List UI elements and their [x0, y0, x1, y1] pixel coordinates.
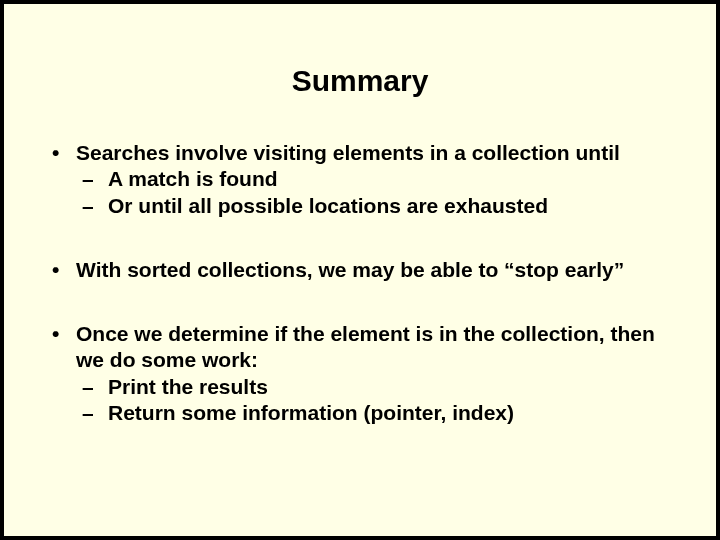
bullet-list: Searches involve visiting elements in a …: [44, 140, 676, 426]
sub-list: Print the results Return some informatio…: [76, 374, 676, 427]
sub-item: Or until all possible locations are exha…: [76, 193, 676, 219]
bullet-item: With sorted collections, we may be able …: [44, 257, 676, 283]
bullet-text: Once we determine if the element is in t…: [76, 322, 655, 371]
sub-item: A match is found: [76, 166, 676, 192]
sub-item: Print the results: [76, 374, 676, 400]
slide-title: Summary: [44, 64, 676, 98]
slide: Summary Searches involve visiting elemen…: [0, 0, 720, 540]
sub-item: Return some information (pointer, index): [76, 400, 676, 426]
bullet-item: Searches involve visiting elements in a …: [44, 140, 676, 219]
bullet-text: With sorted collections, we may be able …: [76, 258, 624, 281]
bullet-item: Once we determine if the element is in t…: [44, 321, 676, 426]
sub-list: A match is found Or until all possible l…: [76, 166, 676, 219]
bullet-text: Searches involve visiting elements in a …: [76, 141, 620, 164]
